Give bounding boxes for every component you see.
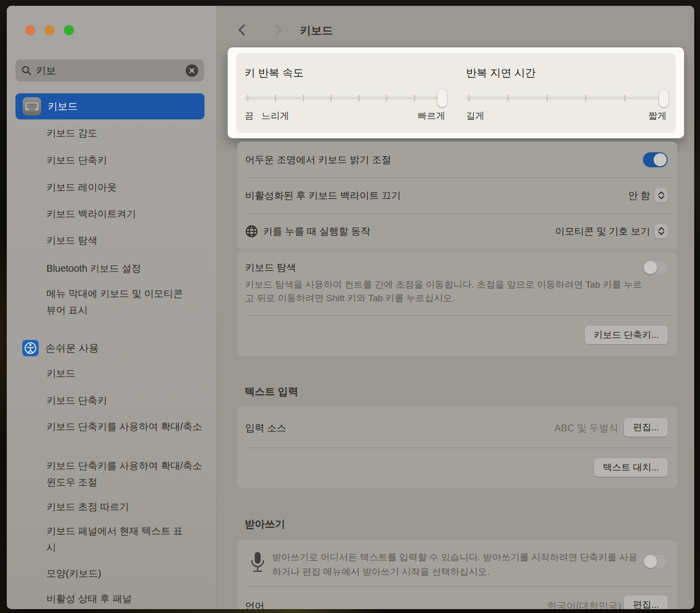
slider-scale-labels: 길게짧게 bbox=[466, 110, 667, 122]
sidebar-item-keyboard-backlight[interactable]: 키보드 백라이트켜기 bbox=[46, 205, 206, 222]
keyboard-settings-card: 어두운 조명에서 키보드 밝기 조절 비활성화된 후 키보드 백라이트 끄기 안… bbox=[237, 142, 677, 249]
globe-key-row: 키를 누를 때 실행할 동작 bbox=[245, 213, 370, 249]
sidebar-group-accessibility[interactable]: 손쉬운 사용 bbox=[22, 340, 99, 356]
keyboard-shortcuts-button[interactable]: 키보드 단축키... bbox=[585, 326, 668, 344]
sidebar-item-a11y-zoom-shortcut[interactable]: 키보드 단축키를 사용하여 확대/축소 bbox=[46, 418, 204, 435]
sidebar-item-a11y-inactive-panel[interactable]: 비활성 상태 후 패널 bbox=[46, 590, 206, 607]
microphone-icon bbox=[250, 551, 265, 576]
backlight-off-popup[interactable]: 안 함 bbox=[628, 188, 668, 203]
brightness-row: 어두운 조명에서 키보드 밝기 조절 bbox=[245, 142, 391, 177]
globe-key-label: 키를 누를 때 실행할 동작 bbox=[263, 225, 370, 238]
sidebar-item-keyboard-navigation[interactable]: 키보드 탐색 bbox=[46, 232, 206, 248]
sidebar-item-a11y-zoom-window[interactable]: 키보드 단축키를 사용하여 확대/축소 윈도우 조절 bbox=[46, 457, 204, 490]
repeat-delay-slider[interactable]: 반복 지연 시간 길게짧게 bbox=[466, 53, 667, 132]
sidebar-group-label: 손쉬운 사용 bbox=[45, 341, 99, 355]
minimize-window-button[interactable] bbox=[44, 25, 55, 35]
brightness-toggle[interactable] bbox=[643, 152, 668, 167]
slider-track[interactable] bbox=[245, 89, 445, 107]
key-repeat-rate-slider[interactable]: 키 반복 속도 끔느리게빠르게 bbox=[245, 53, 445, 132]
keyboard-nav-description: 키보드 탐색을 사용하여 컨트롤 간에 초점을 이동합니다. 초점을 앞으로 이… bbox=[245, 278, 646, 305]
dictation-card: 받아쓰기로 어디서든 텍스트를 입력할 수 있습니다. 받아쓰기를 시작하려면 … bbox=[237, 540, 677, 609]
sidebar: 키보드 키보드 감도 키보드 단축키 키보드 레이아웃 키보드 백라이트켜기 키… bbox=[7, 6, 217, 609]
sidebar-item-keyboard-layout[interactable]: 키보드 레이아웃 bbox=[46, 179, 206, 195]
sidebar-item-keyboard-shortcuts[interactable]: 키보드 단축키 bbox=[46, 152, 206, 168]
search-field[interactable] bbox=[15, 59, 204, 82]
zoom-window-button[interactable] bbox=[64, 25, 74, 35]
backlight-off-label: 비활성화된 후 키보드 백라이트 끄기 bbox=[245, 189, 401, 202]
sidebar-item-a11y-appearance[interactable]: 모양(키보드) bbox=[46, 565, 206, 582]
dictation-language-value: 한국어(대한민국) bbox=[547, 599, 621, 609]
sidebar-item-menubar-keyboard-emoji[interactable]: 메뉴 막대에 키보드 및 이모티콘 뷰어 표시 bbox=[46, 285, 188, 318]
sidebar-item-label: 키보드 bbox=[47, 100, 78, 113]
sidebar-item-keyboard-selected[interactable]: 키보드 bbox=[15, 93, 204, 119]
text-input-section-title: 텍스트 입력 bbox=[245, 385, 298, 398]
slider-track[interactable] bbox=[466, 89, 667, 107]
backlight-off-value: 안 함 bbox=[628, 189, 650, 202]
slider-handle[interactable] bbox=[659, 89, 669, 107]
sidebar-item-keyboard-sensitivity[interactable]: 키보드 감도 bbox=[46, 125, 206, 141]
sidebar-item-a11y-focus-follow[interactable]: 키보드 초점 따르기 bbox=[46, 498, 206, 515]
keyboard-navigation-card: 키보드 탐색 키보드 탐색을 사용하여 컨트롤 간에 초점을 이동합니다. 초점… bbox=[237, 252, 677, 356]
accessibility-icon bbox=[22, 340, 39, 356]
input-source-label: 입력 소스 bbox=[245, 422, 287, 435]
edit-language-button[interactable]: 편집... bbox=[624, 596, 668, 609]
dictation-description: 받아쓰기로 어디서든 텍스트를 입력할 수 있습니다. 받아쓰기를 시작하려면 … bbox=[272, 550, 644, 579]
chevron-up-down-icon[interactable] bbox=[655, 224, 668, 238]
clear-search-icon[interactable] bbox=[186, 64, 198, 77]
keyboard-icon bbox=[22, 97, 42, 116]
slider-handle[interactable] bbox=[438, 89, 447, 107]
highlighted-key-repeat-section: 키 반복 속도 끔느리게빠르게 반복 지연 시간 길게짧게 bbox=[228, 47, 684, 138]
brightness-label: 어두운 조명에서 키보드 밝기 조절 bbox=[245, 153, 391, 166]
search-icon bbox=[21, 65, 32, 76]
input-source-value: ABC 및 두벌식 bbox=[554, 422, 618, 435]
key-repeat-card: 키 반복 속도 끔느리게빠르게 반복 지연 시간 길게짧게 bbox=[236, 53, 676, 132]
dictation-section-title: 받아쓰기 bbox=[245, 517, 285, 531]
text-input-card: 입력 소스 ABC 및 두벌식 편집... 텍스트 대치... bbox=[237, 406, 677, 488]
sidebar-item-a11y-keyboard[interactable]: 키보드 bbox=[46, 365, 206, 381]
globe-key-value: 이모티콘 및 기호 보기 bbox=[555, 225, 650, 238]
search-input[interactable] bbox=[36, 65, 186, 76]
system-settings-window: 키보드 키보드 감도 키보드 단축키 키보드 레이아웃 키보드 백라이트켜기 키… bbox=[7, 6, 694, 609]
slider-scale-labels: 끔느리게빠르게 bbox=[245, 110, 445, 122]
globe-key-popup[interactable]: 이모티콘 및 기호 보기 bbox=[555, 224, 668, 238]
dictation-toggle[interactable] bbox=[643, 554, 668, 569]
sidebar-item-a11y-panel-current-text[interactable]: 키보드 패널에서 현재 텍스트 표시 bbox=[46, 523, 188, 555]
page-title: 키보드 bbox=[300, 23, 333, 38]
sidebar-item-bluetooth-keyboard[interactable]: Bluetooth 키보드 설정 bbox=[46, 260, 206, 277]
edit-input-source-button[interactable]: 편집... bbox=[624, 418, 668, 437]
chevron-up-down-icon[interactable] bbox=[655, 188, 668, 203]
forward-button[interactable] bbox=[271, 24, 284, 38]
repeat-delay-label: 반복 지연 시간 bbox=[466, 66, 536, 80]
back-button[interactable] bbox=[236, 24, 249, 38]
main-content: 키보드 키 반복 속도 끔느리게빠르게 반복 지연 시간 bbox=[217, 6, 694, 609]
close-window-button[interactable] bbox=[25, 25, 35, 35]
globe-icon bbox=[245, 225, 258, 238]
sidebar-item-a11y-keyboard-shortcuts[interactable]: 키보드 단축키 bbox=[46, 392, 206, 409]
keyboard-nav-toggle[interactable] bbox=[643, 260, 668, 275]
backlight-off-row: 비활성화된 후 키보드 백라이트 끄기 bbox=[245, 177, 401, 213]
key-repeat-rate-label: 키 반복 속도 bbox=[245, 66, 304, 80]
text-replacements-button[interactable]: 텍스트 대치... bbox=[594, 458, 668, 477]
dictation-language-label: 언어 bbox=[245, 599, 264, 609]
keyboard-nav-label: 키보드 탐색 bbox=[245, 261, 296, 274]
